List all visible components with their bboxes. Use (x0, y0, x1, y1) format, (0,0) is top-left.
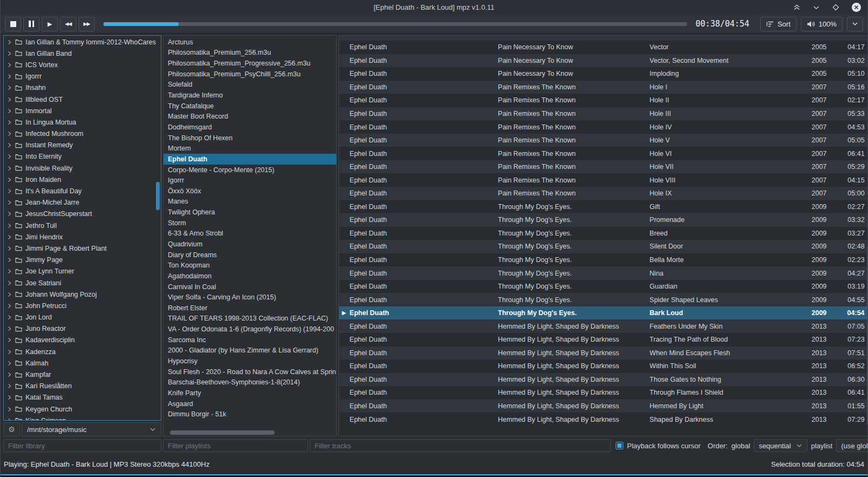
playlist-item[interactable]: Corpo-Mente - Corpo-Mente (2015) (164, 165, 336, 175)
expand-arrow-icon[interactable] (8, 303, 12, 309)
library-item[interactable]: Jimi Hendrix (4, 231, 161, 243)
playlist-item[interactable]: Philosomatika_Premium_Progressive_256.m3… (164, 58, 336, 69)
playlist-item[interactable]: Dimmu Borgir - 51k (164, 409, 336, 420)
playlist-item[interactable]: Sarcoma Inc (164, 335, 336, 345)
track-row[interactable]: Ephel DuathPain Remixes The KnownHole I2… (339, 81, 868, 94)
playlist-item[interactable]: Carnival In Coal (164, 282, 336, 292)
track-row[interactable]: Ephel DuathHemmed By Light, Shaped By Da… (339, 386, 868, 400)
close-icon[interactable] (852, 3, 861, 12)
expand-arrow-icon[interactable] (8, 108, 12, 114)
playlist-item[interactable]: Barschai-Beethoven-Symphonies-1-8(2014) (164, 377, 336, 388)
playlist-item[interactable]: Soul Flesh - 2020 - Road to Nara A Cow C… (164, 367, 336, 377)
play-button[interactable]: ▶ (42, 17, 58, 31)
track-row[interactable]: Ephel DuathPain Remixes The KnownHole IX… (339, 187, 868, 200)
track-row[interactable]: Ephel DuathPain Remixes The KnownHole II… (339, 107, 868, 121)
track-row[interactable]: Ephel DuathThrough My Dog's Eyes.Silent … (339, 240, 868, 253)
track-row[interactable]: Ephel DuathHemmed By Light, Shaped By Da… (339, 400, 868, 413)
expand-arrow-icon[interactable] (8, 188, 12, 194)
playlist-item[interactable]: Viper Solfa - Carving An Icon (2015) (164, 292, 336, 303)
library-item[interactable]: Katai Tamas (4, 392, 161, 403)
library-item[interactable]: Kalmah (4, 357, 161, 369)
expand-arrow-icon[interactable] (8, 349, 12, 355)
library-item[interactable]: John Petrucci (4, 300, 161, 311)
playlist-item[interactable]: Quadrivium (164, 239, 336, 250)
library-item[interactable]: Infected Mushroom (4, 128, 161, 140)
track-row[interactable]: Ephel DuathPain Remixes The KnownHole VI… (339, 173, 868, 187)
shade-icon[interactable] (793, 4, 800, 10)
expand-arrow-icon[interactable] (8, 315, 12, 320)
library-item[interactable]: It's A Beautiful Day (4, 185, 161, 197)
library-settings-button[interactable]: ⚙ (3, 422, 20, 436)
library-item[interactable]: Jean-Michel Jarre (4, 197, 161, 208)
playlist-item[interactable]: VA - Order Odonata 1-6 (Dragonfly Record… (164, 324, 336, 335)
library-item[interactable]: Iron Maiden (4, 174, 161, 185)
track-row[interactable]: Ephel DuathHemmed By Light, Shaped By Da… (339, 360, 868, 373)
maximize-icon[interactable] (832, 4, 839, 11)
expand-arrow-icon[interactable] (8, 223, 12, 228)
expand-arrow-icon[interactable] (8, 383, 12, 389)
playlist-item[interactable]: Hypocrisy (164, 356, 336, 367)
library-item[interactable]: Kadenzza (4, 346, 161, 357)
expand-arrow-icon[interactable] (8, 177, 12, 182)
sort-button[interactable]: Sort (760, 17, 797, 31)
library-item[interactable]: ICS Vortex (4, 59, 161, 70)
playlist-item[interactable]: Agathodaimon (164, 271, 336, 282)
library-item[interactable]: Jethro Tull (4, 220, 161, 231)
filter-library-input[interactable] (3, 439, 161, 452)
library-item[interactable]: Jimmi Page & Robert Plant (4, 243, 161, 254)
library-item[interactable]: Ian Gillan Band (4, 48, 161, 59)
library-item[interactable]: In Lingua Mortua (4, 116, 161, 128)
playlist-item[interactable]: Dodheimsgard (164, 122, 336, 133)
track-row[interactable]: Ephel DuathThrough My Dog's Eyes.Guardia… (339, 280, 868, 293)
expand-arrow-icon[interactable] (8, 407, 12, 412)
expand-arrow-icon[interactable] (8, 211, 12, 217)
expand-arrow-icon[interactable] (8, 418, 12, 421)
playback-follows-cursor-checkbox[interactable] (616, 442, 623, 449)
library-item[interactable]: Invisible Reality (4, 162, 161, 174)
expand-arrow-icon[interactable] (8, 269, 12, 274)
expand-arrow-icon[interactable] (8, 257, 12, 263)
library-item[interactable]: Joe Lynn Turner (4, 266, 161, 277)
playlist-item[interactable]: Robert Elster (164, 303, 336, 313)
library-item[interactable]: King Crimson (4, 415, 161, 421)
next-button[interactable]: ▶▶ (79, 17, 95, 31)
track-row[interactable]: Ephel DuathPain Remixes The KnownHole VI… (339, 147, 868, 160)
library-item[interactable]: Kampfar (4, 369, 161, 380)
track-row[interactable]: Ephel DuathHemmed By Light, Shaped By Da… (339, 347, 868, 360)
track-row-playing[interactable]: ▶Ephel DuathThrough My Dog's Eyes.Bark L… (339, 306, 868, 320)
track-row[interactable]: Ephel DuathThrough My Dog's Eyes.Gift200… (339, 200, 868, 214)
expand-arrow-icon[interactable] (8, 131, 12, 136)
expand-arrow-icon[interactable] (8, 120, 12, 125)
volume-button[interactable]: 100% (801, 17, 843, 31)
expand-arrow-icon[interactable] (8, 280, 12, 286)
library-item[interactable]: Juno Reactor (4, 323, 161, 335)
expand-arrow-icon[interactable] (8, 85, 12, 90)
track-row[interactable]: Ephel DuathPain Necessary To KnowImplodi… (339, 67, 868, 81)
playlist-item[interactable]: Igorrr (164, 175, 336, 186)
expand-arrow-icon[interactable] (8, 200, 12, 205)
playlist-item[interactable]: Asgaard (164, 398, 336, 409)
minimize-icon[interactable] (813, 5, 820, 10)
playlist-item[interactable]: Solefald (164, 80, 336, 90)
expand-arrow-icon[interactable] (8, 97, 12, 102)
library-item[interactable]: Immortal (4, 105, 161, 116)
playlist-item[interactable]: Storm (164, 218, 336, 228)
library-scrollbar-thumb[interactable] (156, 182, 160, 210)
track-row[interactable]: Ephel DuathHemmed By Light, Shaped By Da… (339, 413, 868, 426)
track-row[interactable]: Ephel DuathPain Necessary To KnowVector2… (339, 41, 868, 54)
expand-arrow-icon[interactable] (8, 74, 12, 79)
playlist-item[interactable]: Tardigrade Inferno (164, 90, 336, 101)
library-item[interactable]: Johann Wolfgang Pozoj (4, 289, 161, 300)
filter-playlists-input[interactable] (163, 439, 308, 452)
order-playlist-select[interactable]: (use global) (836, 439, 868, 452)
previous-button[interactable]: ◀◀ (60, 17, 76, 31)
library-item[interactable]: Illbleed OST (4, 94, 161, 105)
playlist-item[interactable]: TRAIL OF TEARS 1998-2013 Collection (EAC… (164, 313, 336, 324)
filter-tracks-input[interactable] (310, 439, 611, 452)
library-path-select[interactable]: /mnt/storage/music (22, 422, 161, 436)
library-item[interactable]: Instant Remedy (4, 140, 161, 151)
expand-arrow-icon[interactable] (8, 51, 12, 56)
track-row[interactable]: Ephel DuathThrough My Dog's Eyes.Spider … (339, 293, 868, 306)
library-item[interactable]: Jon Lord (4, 312, 161, 323)
library-item[interactable]: Ihsahn (4, 82, 161, 94)
